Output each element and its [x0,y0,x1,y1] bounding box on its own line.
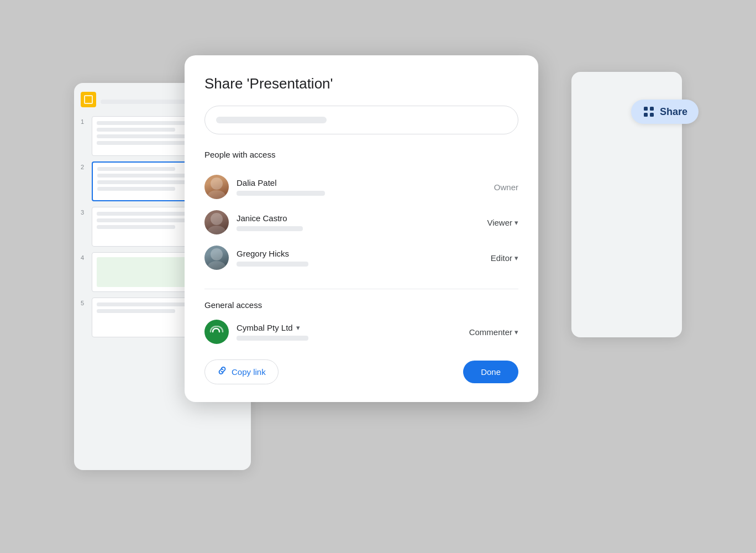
slide-number-5: 5 [81,298,87,306]
org-name-row[interactable]: Cymbal Pty Ltd ▾ [237,323,461,332]
person-name-janice: Janice Castro [237,213,479,223]
scene: 1 2 3 4 [74,39,682,514]
people-with-access-label: People with access [204,150,518,159]
dialog-footer: Copy link Done [204,359,518,384]
thumb-line [97,225,175,229]
chevron-icon-org-role: ▾ [514,328,518,336]
person-row-janice: Janice Castro Viewer ▾ [204,205,518,240]
svg-rect-0 [644,107,648,111]
org-role-label: Commenter [469,327,512,337]
done-button[interactable]: Done [463,361,518,383]
role-label-janice: Viewer [487,218,512,227]
slide-number-3: 3 [81,207,87,216]
dialog-title: Share 'Presentation' [204,75,518,92]
people-list: Dalia Patel Owner Janice Castro Viewer ▾ [204,169,518,275]
thumb-line [97,167,175,171]
org-bar [237,336,308,341]
copy-link-label: Copy link [232,367,266,377]
person-role-gregory[interactable]: Editor ▾ [491,253,518,263]
chevron-icon-janice: ▾ [514,218,518,227]
svg-rect-2 [644,113,648,117]
svg-rect-3 [650,113,654,117]
person-name-dalia: Dalia Patel [237,178,486,187]
copy-link-button[interactable]: Copy link [204,359,279,384]
avatar-gregory [204,246,229,270]
thumb-line [97,128,175,132]
person-bar-janice [237,226,303,231]
person-info-janice: Janice Castro [237,213,479,231]
general-access-label: General access [204,300,518,310]
person-info-gregory: Gregory Hicks [237,249,483,267]
avatar-dalia [204,175,229,199]
slide-number-2: 2 [81,161,87,170]
person-name-gregory: Gregory Hicks [237,249,483,258]
avatar-janice [204,210,229,234]
org-info: Cymbal Pty Ltd ▾ [237,323,461,341]
chevron-icon-org: ▾ [296,324,300,332]
thumb-line [97,309,175,313]
chevron-icon-gregory: ▾ [514,254,518,262]
slide-number-1: 1 [81,116,87,125]
svg-rect-1 [650,107,654,111]
general-access-row: Cymbal Pty Ltd ▾ Commenter ▾ [204,320,518,344]
subtitle-bar [101,100,187,104]
presentation-icon [81,92,96,107]
link-icon [217,366,227,378]
search-placeholder-bar [216,117,327,123]
person-row-dalia: Dalia Patel Owner [204,169,518,205]
share-button-bg[interactable]: Share [631,100,699,124]
role-label-gregory: Editor [491,253,512,263]
person-row-gregory: Gregory Hicks Editor ▾ [204,240,518,275]
search-box[interactable] [204,106,518,134]
thumb-line [97,187,175,191]
section-divider [204,289,518,289]
org-name: Cymbal Pty Ltd [237,323,293,332]
org-logo [204,320,229,344]
person-bar-dalia [237,191,325,196]
person-info-dalia: Dalia Patel [237,178,486,196]
person-role-dalia: Owner [494,182,518,192]
share-dialog: Share 'Presentation' People with access … [185,55,538,402]
slide-number-4: 4 [81,252,87,261]
person-role-janice[interactable]: Viewer ▾ [487,218,518,227]
share-grid-icon [642,105,655,118]
share-button-label: Share [660,106,687,118]
org-role[interactable]: Commenter ▾ [469,327,518,337]
person-bar-gregory [237,262,308,267]
